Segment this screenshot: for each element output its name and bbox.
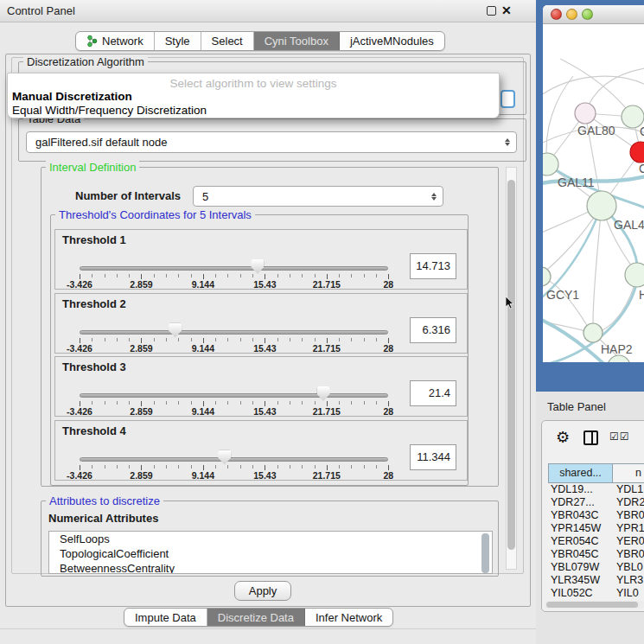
close-icon[interactable]: ✕: [501, 3, 512, 17]
threshold-value-field[interactable]: 21.4: [410, 380, 456, 406]
algorithm-option-manual-discretization[interactable]: Manual Discretization: [12, 90, 132, 103]
table-toolbar: ⚙ ☑☑: [542, 421, 644, 459]
threshold-slider-track[interactable]: [80, 457, 388, 462]
attribute-item-topologicalcoefficient[interactable]: TopologicalCoefficient: [49, 546, 492, 561]
algorithm-option-equal-width-frequency-discretization[interactable]: Equal Width/Frequency Discretization: [12, 104, 207, 117]
algorithm-combo[interactable]: [501, 90, 515, 108]
tick-label: -3.426: [67, 406, 92, 417]
tab-infer-network[interactable]: Infer Network: [305, 609, 392, 626]
zoom-traffic-light[interactable]: [582, 9, 593, 20]
table-data-combo[interactable]: galFiltered.sif default node: [26, 131, 517, 153]
num-intervals-combo[interactable]: 5: [193, 186, 443, 207]
threshold-slider-thumb[interactable]: [251, 259, 264, 274]
tick-label: 28: [383, 406, 393, 417]
tab-network[interactable]: Network: [76, 32, 155, 50]
tick-label: 21.715: [313, 470, 341, 481]
network-node[interactable]: [608, 355, 630, 362]
tick-label: 2.859: [130, 470, 152, 481]
network-node-hap2[interactable]: [583, 323, 603, 342]
network-node-label: HAP2: [601, 342, 633, 356]
table-hscrollbar-thumb[interactable]: [546, 602, 638, 608]
network-window: GAL80GACGAL11GAL4GCY1HHAP2: [543, 5, 644, 362]
threshold-slider-thumb[interactable]: [317, 386, 330, 401]
table-row[interactable]: YDL19...YDL1: [542, 483, 644, 496]
float-window-icon[interactable]: [487, 6, 496, 16]
tick-label: 2.859: [130, 343, 152, 354]
table-body: YDL19...YDL1YDR27...YDR2YBR043CYBR0YPR14…: [542, 483, 644, 600]
tab-discretize-data[interactable]: Discretize Data: [207, 609, 305, 626]
slider-tick-labels: -3.4262.8599.14415.4321.71528: [80, 279, 390, 290]
tick-label: 15.43: [253, 279, 276, 290]
network-node-label: GAL80: [577, 124, 615, 137]
tick-label: 15.43: [253, 406, 276, 417]
select-checkboxes-icon[interactable]: ☑☑: [609, 430, 630, 443]
cell-shared-name: YPR145W: [551, 522, 601, 534]
threshold-value-field[interactable]: 6.316: [410, 317, 456, 343]
network-node-gal80[interactable]: [575, 103, 596, 124]
threshold-value-field[interactable]: 14.713: [410, 253, 456, 279]
tab-style[interactable]: Style: [155, 32, 201, 50]
network-node-gal4[interactable]: [587, 191, 616, 220]
column-header-shared-name[interactable]: shared...: [548, 463, 613, 483]
group-label-interval: Interval Definition: [46, 161, 139, 174]
threshold-label: Threshold 3: [62, 360, 126, 373]
tab-select[interactable]: Select: [201, 32, 254, 50]
network-node-h[interactable]: [625, 263, 644, 287]
panel-title: Control Panel: [7, 0, 75, 22]
gear-icon[interactable]: ⚙: [556, 428, 570, 447]
close-traffic-light[interactable]: [551, 9, 562, 20]
cell-shared-name: YBR043C: [551, 509, 599, 521]
numerical-attributes-label: Numerical Attributes: [48, 512, 158, 525]
table-panel-titlebar: Table Panel: [536, 396, 644, 418]
table-row[interactable]: YBR045CYBR0: [542, 548, 644, 561]
threshold-slider-track[interactable]: [80, 330, 388, 335]
apply-button[interactable]: Apply: [234, 581, 291, 601]
tab-label: Select: [212, 35, 243, 48]
threshold-slider-track[interactable]: [80, 266, 388, 271]
column-header-name[interactable]: n: [613, 463, 644, 483]
attribute-item-betweennesscentrality[interactable]: BetweennessCentrality: [49, 561, 492, 574]
slider-tick-labels: -3.4262.8599.14415.4321.71528: [80, 470, 390, 481]
table-row[interactable]: YER054CYER0: [542, 535, 644, 548]
cell-name: YBR0: [616, 509, 644, 521]
tab-impute-data[interactable]: Impute Data: [124, 609, 207, 626]
columns-icon[interactable]: [583, 430, 598, 445]
tab-jactivemnodules[interactable]: jActiveMNodules: [340, 32, 444, 50]
tab-cyni-toolbox[interactable]: Cyni Toolbox: [254, 32, 340, 50]
table-hscrollbar[interactable]: [545, 601, 644, 609]
network-node-label: GAL4: [614, 218, 644, 232]
cell-name: YBL0: [616, 561, 643, 573]
threshold-panel-3: Threshold 3-3.4262.8599.14415.4321.71528…: [54, 356, 468, 417]
network-node-gal11[interactable]: [543, 153, 558, 175]
table-row[interactable]: YIL052CYIL0: [542, 587, 644, 600]
threshold-slider-thumb[interactable]: [169, 323, 182, 338]
minimize-traffic-light[interactable]: [566, 9, 577, 20]
table-row[interactable]: YLR345WYLR3: [542, 574, 644, 587]
tab-label: Cyni Toolbox: [265, 35, 328, 48]
table-row[interactable]: YBL079WYBL0: [542, 561, 644, 574]
network-node-gcy1[interactable]: [543, 267, 551, 286]
table-row[interactable]: YDR27...YDR2: [542, 496, 644, 509]
tick-label: 28: [383, 343, 393, 354]
algorithm-dropdown-popup: Select algorithm to view settings Manual…: [7, 73, 500, 118]
panel-scrollbar[interactable]: [506, 167, 517, 570]
network-canvas[interactable]: GAL80GACGAL11GAL4GCY1HHAP2: [543, 24, 644, 362]
table-row[interactable]: YPR145WYPR1: [542, 522, 644, 535]
threshold-value-field[interactable]: 11.344: [410, 444, 456, 470]
threshold-slider-track[interactable]: [80, 393, 388, 398]
list-scrollbar-thumb[interactable]: [481, 533, 489, 573]
network-node-c[interactable]: [630, 142, 644, 163]
table-row[interactable]: YBR043CYBR0: [542, 509, 644, 522]
cell-name: YIL0: [616, 587, 639, 599]
panel-scrollbar-thumb[interactable]: [507, 180, 515, 550]
cyni-toolbox-panel: Discretization Algorithm Table Data galF…: [5, 54, 531, 607]
interval-definition-group: Interval Definition Number of Intervals …: [41, 167, 499, 487]
attribute-item-selfloops[interactable]: SelfLoops: [49, 532, 492, 546]
threshold-label: Threshold 1: [62, 233, 126, 246]
control-panel-tabs: NetworkStyleSelectCyni ToolboxjActiveMNo…: [75, 31, 445, 51]
mouse-cursor: [506, 296, 515, 309]
num-intervals-value: 5: [202, 190, 208, 203]
tick-label: -3.426: [67, 470, 92, 481]
threshold-label: Threshold 2: [62, 297, 126, 310]
threshold-slider-thumb[interactable]: [218, 450, 231, 465]
